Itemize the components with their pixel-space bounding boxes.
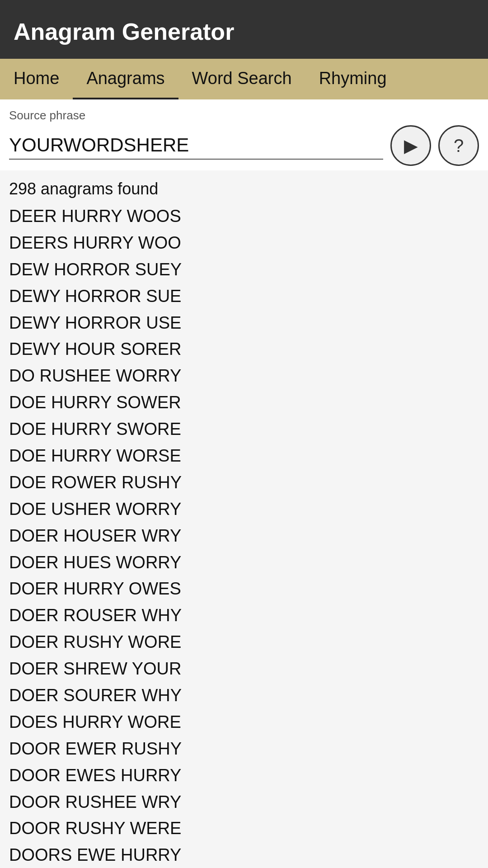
list-item: DOE HURRY WORSE [9, 443, 479, 469]
list-item: DOOR RUSHEE WRY [9, 789, 479, 816]
nav-item-anagrams[interactable]: Anagrams [73, 59, 178, 99]
list-item: DOER SHREW YOUR [9, 656, 479, 682]
list-item: DOE HURRY SWORE [9, 416, 479, 443]
source-label: Source phrase [9, 108, 479, 123]
list-item: DOER SOURER WHY [9, 682, 479, 709]
list-item: DOOR EWER RUSHY [9, 736, 479, 762]
list-item: DEER HURRY WOOS [9, 203, 479, 230]
list-item: DOOR EWES HURRY [9, 762, 479, 789]
input-row: ▶ ? [9, 125, 479, 166]
source-phrase-input[interactable] [9, 132, 383, 160]
input-section: Source phrase ▶ ? [0, 99, 488, 170]
play-button[interactable]: ▶ [390, 125, 431, 166]
app-title: Anagram Generator [14, 18, 234, 45]
list-item: DOE HURRY SOWER [9, 389, 479, 416]
app-header: Anagram Generator [0, 0, 488, 59]
nav-item-rhyming[interactable]: Rhyming [305, 59, 400, 99]
nav-item-home[interactable]: Home [0, 59, 73, 99]
nav-bar: Home Anagrams Word Search Rhyming [0, 59, 488, 99]
list-item: DEWY HORROR SUE [9, 283, 479, 310]
help-button[interactable]: ? [438, 125, 479, 166]
list-item: DOE ROWER RUSHY [9, 469, 479, 496]
list-item: DO RUSHEE WORRY [9, 363, 479, 389]
list-item: DOER HURRY OWES [9, 576, 479, 602]
play-icon: ▶ [404, 135, 418, 156]
list-item: DEWY HORROR USE [9, 310, 479, 336]
help-icon: ? [454, 136, 464, 156]
list-item: DOER ROUSER WHY [9, 602, 479, 629]
list-item: DOER HUES WORRY [9, 549, 479, 576]
nav-item-word-search[interactable]: Word Search [178, 59, 305, 99]
list-item: DOER HOUSER WRY [9, 523, 479, 549]
list-item: DOER RUSHY WORE [9, 629, 479, 656]
list-item: DOORS EWE HURRY [9, 842, 479, 868]
list-item: DEWY HOUR SORER [9, 336, 479, 363]
results-count: 298 anagrams found [0, 170, 488, 198]
list-item: DEW HORROR SUEY [9, 256, 479, 283]
list-item: DOOR RUSHY WERE [9, 815, 479, 842]
list-item: DEERS HURRY WOO [9, 230, 479, 256]
list-item: DOE USHER WORRY [9, 496, 479, 523]
results-list: DEER HURRY WOOSDEERS HURRY WOODEW HORROR… [0, 198, 488, 868]
list-item: DOES HURRY WORE [9, 709, 479, 736]
